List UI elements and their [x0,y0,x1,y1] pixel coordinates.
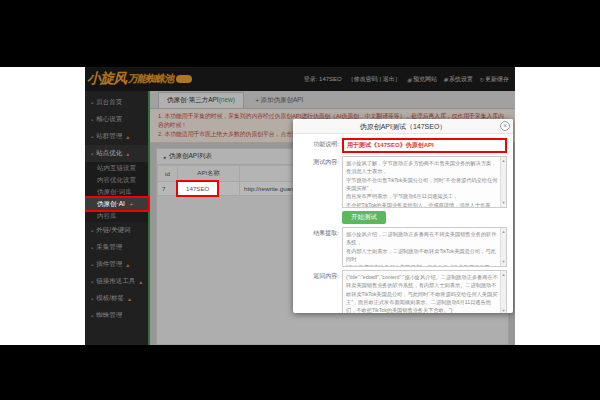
page-background: 小旋风 万能蜘蛛池 登录: 147SEO ［修改密码 | 退出］ 预览网站 系统… [0,67,600,345]
sidebar-subitem-pseudo-original-ai[interactable]: 伪原创·AI [85,198,148,210]
annotation-box-function-value: 用于测试《147SEO》伪原创API [342,138,507,153]
annotation-box-api-name: 147SEO [178,182,217,195]
dialog-title: 伪原创API测试（147SEO） [293,119,513,134]
scrollbar[interactable] [500,271,506,313]
result-textarea[interactable]: 据小旋风介绍，二进制跳动正多番商在不转卖美国销售业务的软件系统， 有内部人士则表… [342,227,507,267]
sidebar-label: 伪原创·AI [97,200,125,209]
dialog-body: 功能说明: 用于测试《147SEO》伪原创API 测试内容: 据小旋风了解，字节… [293,134,513,313]
function-label: 功能说明: [295,138,339,149]
test-content-row: 测试内容: 据小旋风了解，字节跳动正多方协商不出售美国业务的解决方案，有消息人士… [295,156,507,208]
return-row: 返回内容: {"title":"edtadf","content":"据小旋风介… [295,270,507,313]
return-label: 返回内容: [295,270,339,281]
admin-app-window: 小旋风 万能蜘蛛池 登录: 147SEO ［修改密码 | 退出］ 预览网站 系统… [85,67,515,345]
api-test-dialog: 伪原创API测试（147SEO） 功能说明: 用于测试《147SEO》伪原创AP… [293,119,513,313]
plus-icon [128,200,134,209]
test-content-label: 测试内容: [295,156,339,167]
scrollbar[interactable] [500,157,506,207]
scrollbar[interactable] [500,228,506,266]
close-icon[interactable] [500,121,510,131]
function-row: 功能说明: 用于测试《147SEO》伪原创API [295,138,507,153]
result-row: 结果提取: 据小旋风介绍，二进制跳动正多番商在不转卖美国销售业务的软件系统， 有… [295,227,507,267]
test-content-textarea[interactable]: 据小旋风了解，字节跳动正多方协商不出售美国业务的解决方案，有消息人士表示， 字节… [342,156,507,208]
return-textarea[interactable]: {"title":"edtadf","content":"据小旋风介绍。二进制跳… [342,270,507,313]
start-test-button[interactable]: 开始测试 [342,211,386,224]
result-label: 结果提取: [295,227,339,238]
screenshot-stage: 小旋风 万能蜘蛛池 登录: 147SEO ［修改密码 | 退出］ 预览网站 系统… [0,0,600,400]
